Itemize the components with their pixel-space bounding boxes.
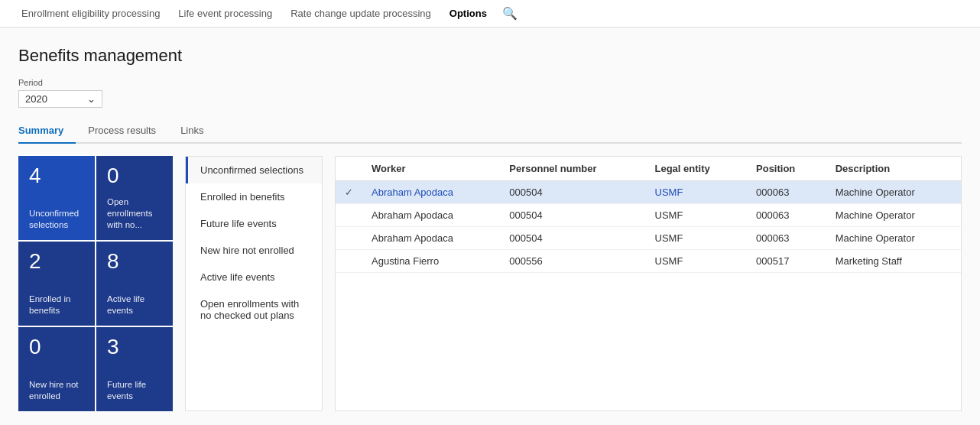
tile-label-future: Future life events: [107, 379, 162, 402]
tile-new-hire[interactable]: 0 New hire not enrolled: [18, 327, 95, 411]
row-description: Machine Operator: [826, 227, 961, 250]
tab-process-results[interactable]: Process results: [88, 120, 168, 144]
tiles-grid: 4 Unconfirmed selections 0 Open enrollme…: [18, 156, 173, 411]
search-icon[interactable]: 🔍: [502, 6, 518, 21]
nav-rate-change[interactable]: Rate change update processing: [281, 2, 440, 25]
row-check: [336, 204, 362, 227]
nav-options[interactable]: Options: [440, 2, 496, 25]
row-position: 000063: [747, 204, 826, 227]
side-panel-item-unconfirmed[interactable]: Unconfirmed selections: [186, 157, 322, 183]
row-entity: USMF: [646, 250, 748, 273]
page-title: Benefits management: [18, 46, 962, 66]
tile-open-enrollments[interactable]: 0 Open enrollments with no...: [96, 156, 173, 240]
side-panel-item-enrolled[interactable]: Enrolled in benefits: [186, 183, 322, 210]
tile-number-unconfirmed: 4: [29, 165, 84, 187]
col-description[interactable]: Description: [826, 157, 961, 181]
tile-number-enrolled: 2: [29, 251, 84, 272]
period-value: 2020: [25, 93, 47, 105]
table-header-row: Worker Personnel number Legal entity Pos…: [336, 157, 961, 181]
table-row[interactable]: ✓Abraham Apodaca000504USMF000063Machine …: [336, 181, 961, 204]
tile-number-active: 8: [107, 251, 162, 272]
tile-number-newhire: 0: [29, 336, 84, 358]
tile-label-newhire: New hire not enrolled: [29, 379, 84, 402]
row-worker: Agustina Fierro: [362, 250, 500, 273]
row-entity[interactable]: USMF: [646, 181, 748, 204]
tile-active-life[interactable]: 8 Active life events: [96, 242, 173, 326]
tile-label-unconfirmed: Unconfirmed selections: [29, 208, 84, 231]
tab-bar: Summary Process results Links: [18, 120, 962, 144]
tile-unconfirmed-selections[interactable]: 4 Unconfirmed selections: [18, 156, 95, 240]
main-content: Benefits management Period 2020 ⌄ Summar…: [0, 28, 980, 425]
unconfirmed-selections-table: Worker Personnel number Legal entity Pos…: [336, 157, 961, 273]
row-check: ✓: [336, 181, 362, 204]
row-position: 000063: [747, 227, 826, 250]
row-position: 000063: [747, 181, 826, 204]
row-description: Machine Operator: [826, 181, 961, 204]
col-position[interactable]: Position: [747, 157, 826, 181]
row-check: [336, 250, 362, 273]
tile-enrolled-benefits[interactable]: 2 Enrolled in benefits: [18, 242, 95, 326]
period-select[interactable]: 2020 ⌄: [18, 90, 102, 108]
row-entity: USMF: [646, 227, 748, 250]
row-personnel: 000556: [500, 250, 645, 273]
col-entity[interactable]: Legal entity: [646, 157, 748, 181]
row-description: Machine Operator: [826, 204, 961, 227]
tile-future-life[interactable]: 3 Future life events: [96, 327, 173, 411]
row-personnel: 000504: [500, 227, 645, 250]
row-entity: USMF: [646, 204, 748, 227]
table-row[interactable]: Agustina Fierro000556USMF000517Marketing…: [336, 250, 961, 273]
side-panel-item-newhire[interactable]: New hire not enrolled: [186, 237, 322, 264]
row-description: Marketing Staff: [826, 250, 961, 273]
table-row[interactable]: Abraham Apodaca000504USMF000063Machine O…: [336, 227, 961, 250]
col-check: [336, 157, 362, 181]
side-panel-item-active[interactable]: Active life events: [186, 264, 322, 290]
top-navigation: Enrollment eligibility processing Life e…: [0, 0, 980, 28]
tile-label-enrolled: Enrolled in benefits: [29, 294, 84, 316]
col-personnel[interactable]: Personnel number: [500, 157, 645, 181]
row-check: [336, 227, 362, 250]
table-row[interactable]: Abraham Apodaca000504USMF000063Machine O…: [336, 204, 961, 227]
side-panel-item-open-checkout[interactable]: Open enrollments with no checked out pla…: [186, 290, 322, 329]
nav-life-event[interactable]: Life event processing: [169, 2, 281, 25]
side-panel: Unconfirmed selections Enrolled in benef…: [185, 156, 323, 411]
period-label: Period: [18, 78, 962, 87]
nav-enrollment[interactable]: Enrollment eligibility processing: [12, 2, 169, 25]
col-worker[interactable]: Worker: [362, 157, 500, 181]
tab-summary[interactable]: Summary: [18, 120, 76, 144]
row-worker: Abraham Apodaca: [362, 227, 500, 250]
row-personnel: 000504: [500, 181, 645, 204]
chevron-down-icon: ⌄: [87, 93, 96, 105]
tile-label-open: Open enrollments with no...: [107, 196, 162, 231]
tab-links[interactable]: Links: [180, 120, 216, 144]
row-worker: Abraham Apodaca: [362, 204, 500, 227]
row-position: 000517: [747, 250, 826, 273]
tile-number-open: 0: [107, 165, 162, 187]
row-personnel: 000504: [500, 204, 645, 227]
tile-label-active: Active life events: [107, 294, 162, 316]
table-panel: Worker Personnel number Legal entity Pos…: [335, 156, 962, 411]
dashboard: 4 Unconfirmed selections 0 Open enrollme…: [18, 156, 962, 411]
tile-number-future: 3: [107, 336, 162, 358]
row-worker[interactable]: Abraham Apodaca: [362, 181, 500, 204]
side-panel-item-future[interactable]: Future life events: [186, 210, 322, 237]
